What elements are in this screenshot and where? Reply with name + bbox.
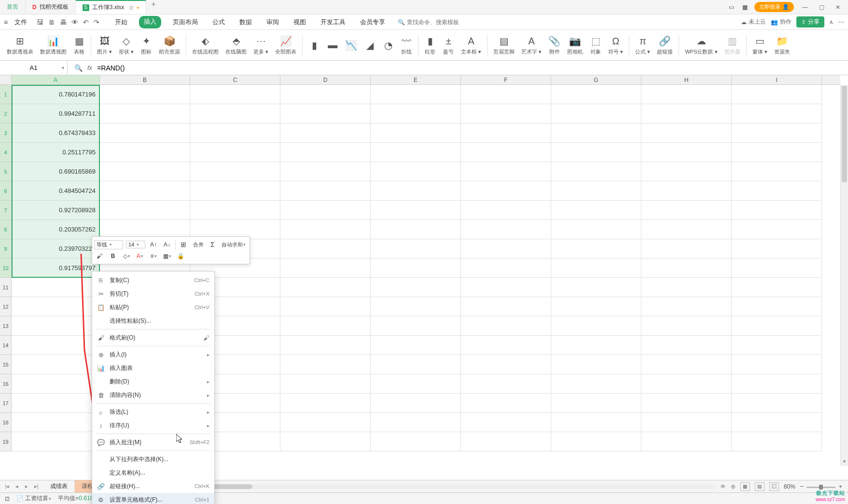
ribbon-area-c[interactable]: ◢ xyxy=(361,38,378,53)
cell-D16[interactable] xyxy=(280,374,371,394)
ribbon-图标[interactable]: ✦图标 xyxy=(138,34,155,56)
sheet-first-icon[interactable]: |◂ xyxy=(3,483,12,490)
merge-button[interactable]: ⊞ xyxy=(179,239,188,250)
menu-tab-开发工具[interactable]: 开发工具 xyxy=(318,16,348,28)
cell-E2[interactable] xyxy=(371,104,461,123)
cell-A4[interactable]: 0.25117795 xyxy=(12,143,100,162)
ribbon-窗体[interactable]: ▭窗体 ▾ xyxy=(750,34,770,56)
cell-H19[interactable] xyxy=(641,432,732,451)
cell-C7[interactable] xyxy=(190,201,280,220)
cell-D6[interactable] xyxy=(280,181,371,201)
cell-I13[interactable] xyxy=(732,316,822,336)
sheet-prev-icon[interactable]: ◂ xyxy=(13,483,21,490)
page-break-view-button[interactable]: ⿴ xyxy=(769,482,779,491)
col-header-E[interactable]: E xyxy=(371,75,461,84)
ctx-粘贴P[interactable]: 📋粘贴(P)Ctrl+V xyxy=(92,300,214,314)
cell-I2[interactable] xyxy=(732,104,822,123)
cell-C6[interactable] xyxy=(190,181,280,201)
cell-A9[interactable]: 0.239703227 xyxy=(12,239,100,259)
ribbon-在线流程图[interactable]: ⬖在线流程图 xyxy=(189,34,222,56)
new-tab-button[interactable]: + xyxy=(146,0,160,14)
row-header-11[interactable]: 11 xyxy=(0,278,12,297)
cell-E14[interactable] xyxy=(371,336,461,355)
zoom-out-button[interactable]: − xyxy=(800,483,804,490)
cell-D9[interactable] xyxy=(280,239,371,259)
cell-D12[interactable] xyxy=(280,297,371,316)
autosum-label[interactable]: 自动求和▾ xyxy=(220,239,248,250)
cell-I17[interactable] xyxy=(732,394,822,413)
sheet-last-icon[interactable]: ▸| xyxy=(32,483,41,490)
menu-tab-视图[interactable]: 视图 xyxy=(291,16,309,28)
col-header-B[interactable]: B xyxy=(100,75,190,84)
cell-H17[interactable] xyxy=(641,394,732,413)
cell-A3[interactable]: 0.674378433 xyxy=(12,123,100,143)
normal-view-button[interactable]: ▦ xyxy=(740,482,750,491)
command-search-input[interactable] xyxy=(407,19,465,26)
cell-C2[interactable] xyxy=(190,104,280,123)
menu-tab-公式[interactable]: 公式 xyxy=(209,16,228,28)
formula-input[interactable] xyxy=(97,64,841,72)
sheet-tab-成绩表[interactable]: 成绩表 xyxy=(43,480,75,492)
col-header-F[interactable]: F xyxy=(461,75,551,84)
cell-G4[interactable] xyxy=(551,143,641,162)
cell-I16[interactable] xyxy=(732,374,822,394)
cell-B1[interactable] xyxy=(100,85,190,104)
cell-F19[interactable] xyxy=(461,432,551,451)
format-painter-icon[interactable]: 🖌 xyxy=(94,251,105,261)
share-button[interactable]: ⇪ 分享 xyxy=(796,16,824,27)
horizontal-scrollbar[interactable] xyxy=(156,484,716,489)
cell-F10[interactable] xyxy=(461,259,551,278)
ctx-定义名称A[interactable]: 定义名称(A)... xyxy=(92,466,214,479)
row-header-15[interactable]: 15 xyxy=(0,355,12,374)
cell-I12[interactable] xyxy=(732,297,822,316)
preview-icon[interactable]: 👁 xyxy=(71,18,78,26)
cell-E16[interactable] xyxy=(371,374,461,394)
cell-F16[interactable] xyxy=(461,374,551,394)
close-button[interactable]: ✕ xyxy=(833,2,843,13)
cell-A17[interactable] xyxy=(12,394,100,413)
cell-E11[interactable] xyxy=(371,278,461,297)
cell-A19[interactable] xyxy=(12,432,100,451)
cell-E5[interactable] xyxy=(371,162,461,181)
autosum-button[interactable]: Σ xyxy=(209,239,217,250)
row-header-17[interactable]: 17 xyxy=(0,394,12,413)
row-header-14[interactable]: 14 xyxy=(0,336,12,355)
cell-G9[interactable] xyxy=(551,239,641,259)
ribbon-超链接[interactable]: 🔗超链接 xyxy=(654,34,676,56)
cell-F4[interactable] xyxy=(461,143,551,162)
zoom-slider[interactable] xyxy=(806,487,835,488)
ctx-删除D[interactable]: 删除(D)▸ xyxy=(92,375,214,388)
cell-I4[interactable] xyxy=(732,143,822,162)
ribbon-形状[interactable]: ◇形状 ▾ xyxy=(116,34,137,56)
cell-E4[interactable] xyxy=(371,143,461,162)
maximize-button[interactable]: ▢ xyxy=(816,2,827,13)
ribbon-数据透视图[interactable]: 📊数据透视图 xyxy=(37,34,70,56)
col-header-H[interactable]: H xyxy=(641,75,732,84)
cell-H5[interactable] xyxy=(641,162,732,181)
cell-B4[interactable] xyxy=(100,143,190,162)
collab-button[interactable]: 👥 协作 xyxy=(771,18,792,26)
cell-E18[interactable] xyxy=(371,413,461,432)
ribbon-数据透视表[interactable]: ⊞数据透视表 xyxy=(4,34,36,56)
ribbon-文本框[interactable]: A文本框 ▾ xyxy=(458,34,484,56)
cell-F13[interactable] xyxy=(461,316,551,336)
name-box[interactable]: ▾ xyxy=(0,61,68,75)
menu-tab-开始[interactable]: 开始 xyxy=(112,16,130,28)
cell-D17[interactable] xyxy=(280,394,371,413)
cell-D1[interactable] xyxy=(280,85,371,104)
cell-H13[interactable] xyxy=(641,316,732,336)
col-header-I[interactable]: I xyxy=(732,75,822,84)
cell-A12[interactable] xyxy=(12,297,100,316)
cell-I18[interactable] xyxy=(732,413,822,432)
cell-G2[interactable] xyxy=(551,104,641,123)
cell-D2[interactable] xyxy=(280,104,371,123)
row-header-10[interactable]: 10 xyxy=(0,259,12,278)
cell-H18[interactable] xyxy=(641,413,732,432)
cell-H1[interactable] xyxy=(641,85,732,104)
ctx-清除内容N[interactable]: 🗑清除内容(N)▸ xyxy=(92,388,214,402)
page-layout-view-button[interactable]: ▤ xyxy=(755,482,765,491)
cell-I7[interactable] xyxy=(732,201,822,220)
cell-F9[interactable] xyxy=(461,239,551,259)
ribbon-在线脑图[interactable]: ⬘在线脑图 xyxy=(222,34,250,56)
cell-H9[interactable] xyxy=(641,239,732,259)
